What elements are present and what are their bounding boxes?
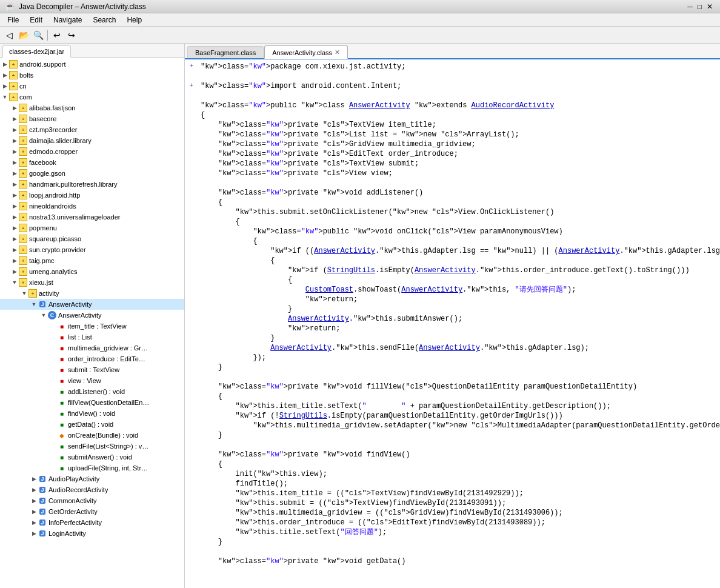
tree-item[interactable]: ■multimedia_gridview : Gr… (0, 342, 184, 353)
tree-expand-icon[interactable] (50, 355, 57, 362)
tree-item[interactable]: ▶+czt.mp3recorder (0, 124, 184, 135)
menu-item-edit[interactable]: Edit (25, 15, 47, 25)
menu-item-help[interactable]: Help (122, 15, 147, 25)
tree-item[interactable]: ▶+basecore (0, 113, 184, 124)
tree-expand-icon[interactable]: ▶ (11, 104, 18, 112)
tab-close-button[interactable]: ✕ (335, 48, 340, 56)
tree-item[interactable]: ▶+alibaba.fastjson (0, 102, 184, 113)
tree-expand-icon[interactable] (50, 410, 57, 417)
tree-item[interactable]: ▶JAudioPlayActivity (0, 473, 184, 484)
tree-expand-icon[interactable]: ▼ (21, 290, 28, 297)
tree-expand-icon[interactable]: ▼ (40, 312, 47, 319)
tree-item[interactable]: ▶+sun.crypto.provider (0, 244, 184, 255)
tree-expand-icon[interactable] (50, 421, 57, 428)
tree-item[interactable]: ▼JAnswerActivity (0, 299, 184, 310)
tree-item[interactable]: ■fillView(QuestionDetailEn… (0, 397, 184, 408)
tree-item[interactable]: ▶+bolts (0, 70, 184, 81)
tree-item[interactable]: ▶+handmark.pulltorefresh.library (0, 179, 184, 190)
tree-item[interactable]: ▶+daimajia.slider.library (0, 135, 184, 146)
tree-item[interactable]: ▶+squareup.picasso (0, 233, 184, 244)
tree-item[interactable]: ▼+com (0, 92, 184, 102)
tree-expand-icon[interactable]: ▶ (11, 192, 18, 199)
tree-expand-icon[interactable] (50, 333, 57, 341)
tree-item[interactable]: ▶+umeng.analytics (0, 266, 184, 277)
tree-item[interactable]: ■order_introduce : EditTe… (0, 353, 184, 364)
search-toolbar-button[interactable]: 🔍 (32, 28, 45, 42)
menu-item-navigate[interactable]: Navigate (48, 15, 87, 25)
tree-expand-icon[interactable] (50, 443, 57, 450)
tree-expand-icon[interactable]: ▶ (30, 508, 38, 515)
back-button[interactable]: ◁ (2, 28, 16, 42)
tree-item[interactable]: ▶JCommonActivity (0, 495, 184, 506)
tree-item[interactable]: ◆onCreate(Bundle) : void (0, 430, 184, 441)
menu-item-file[interactable]: File (2, 15, 24, 25)
tree-expand-icon[interactable]: ▶ (11, 257, 18, 264)
tree-item[interactable]: ▶+nineoldandroids (0, 201, 184, 212)
tree-item[interactable]: ▶+cn (0, 81, 184, 92)
maximize-btn[interactable]: □ (698, 2, 702, 11)
tree-expand-icon[interactable]: ▼ (11, 279, 18, 286)
tree-item[interactable]: ▼CAnswerActivity (0, 310, 184, 321)
tree-item[interactable]: ▶+popmenu (0, 222, 184, 233)
editor-tab-AnswerActivity-class[interactable]: AnswerActivity.class✕ (264, 45, 348, 59)
tree-expand-icon[interactable] (50, 322, 57, 330)
tree-expand-icon[interactable]: ▼ (1, 93, 8, 101)
tree-item[interactable]: ▼+activity (0, 288, 184, 299)
tree-expand-icon[interactable]: ▶ (11, 181, 18, 188)
tree-item[interactable]: ▶+taig.pmc (0, 255, 184, 266)
menu-item-search[interactable]: Search (88, 15, 121, 25)
tree-expand-icon[interactable]: ▶ (11, 246, 18, 253)
tree-item[interactable]: ▶JAudioRecordActivity (0, 484, 184, 495)
tree-expand-icon[interactable]: ▶ (11, 202, 18, 210)
tree-expand-icon[interactable]: ▶ (30, 530, 38, 537)
tree-expand-icon[interactable] (50, 432, 57, 439)
tree-item[interactable]: ■getData() : void (0, 419, 184, 430)
tree-expand-icon[interactable]: ▶ (30, 497, 38, 504)
collapse-icon[interactable]: + (190, 81, 193, 91)
tree-expand-icon[interactable]: ▶ (30, 486, 38, 493)
tree-container[interactable]: ▶+android.support▶+bolts▶+cn▼+com▶+aliba… (0, 58, 184, 588)
redo-button[interactable]: ↪ (65, 28, 78, 42)
tree-expand-icon[interactable]: ▶ (11, 170, 18, 177)
close-btn[interactable]: ✕ (707, 2, 713, 11)
tree-expand-icon[interactable] (50, 464, 57, 472)
tree-expand-icon[interactable]: ▶ (1, 72, 8, 79)
tree-item[interactable]: ■findView() : void (0, 408, 184, 419)
tree-expand-icon[interactable]: ▼ (30, 301, 38, 308)
tree-expand-icon[interactable] (50, 344, 57, 352)
tree-expand-icon[interactable] (50, 366, 57, 373)
tree-item[interactable]: ■list : List (0, 332, 184, 342)
left-tab-item[interactable]: classes-dex2jar.jar (2, 45, 71, 58)
tree-item[interactable]: ▶+loopj.android.http (0, 190, 184, 201)
tree-item[interactable]: ■submitAnswer() : void (0, 452, 184, 463)
tree-expand-icon[interactable]: ▶ (11, 137, 18, 144)
tree-item[interactable]: ■uploadFile(String, int, Str… (0, 463, 184, 473)
tree-item[interactable]: ■submit : TextView (0, 364, 184, 375)
tree-item[interactable]: ▶+nostra13.universalimageloader (0, 212, 184, 222)
tree-expand-icon[interactable]: ▶ (1, 61, 8, 68)
tree-item[interactable]: ■item_title : TextView (0, 321, 184, 332)
tree-expand-icon[interactable] (50, 453, 57, 461)
collapse-icon[interactable]: + (190, 62, 193, 72)
tree-item[interactable]: ■addListener() : void (0, 386, 184, 397)
tree-expand-icon[interactable]: ▶ (11, 115, 18, 122)
tree-expand-icon[interactable]: ▶ (30, 475, 38, 483)
tree-expand-icon[interactable] (50, 388, 57, 395)
tree-expand-icon[interactable]: ▶ (11, 213, 18, 221)
tree-expand-icon[interactable]: ▶ (11, 235, 18, 242)
tree-expand-icon[interactable]: ▶ (11, 148, 18, 155)
open-button[interactable]: 📂 (17, 28, 30, 42)
tree-item[interactable]: ▶+android.support (0, 59, 184, 70)
tree-item[interactable]: ▶JLoginActivity (0, 528, 184, 539)
tree-expand-icon[interactable]: ▶ (1, 82, 8, 90)
tree-expand-icon[interactable] (50, 399, 57, 406)
tree-item[interactable]: ▶JGetOrderActivity (0, 506, 184, 517)
tree-item[interactable]: ■sendFile(List<String>) : v… (0, 441, 184, 452)
tree-item[interactable]: ▼+xiexu.jst (0, 277, 184, 288)
undo-button[interactable]: ↩ (50, 28, 64, 42)
tree-expand-icon[interactable]: ▶ (11, 268, 18, 275)
tree-expand-icon[interactable]: ▶ (11, 159, 18, 166)
tree-expand-icon[interactable]: ▶ (11, 126, 18, 133)
tree-item[interactable]: ▶+google.gson (0, 168, 184, 179)
editor-tab-BaseFragment-class[interactable]: BaseFragment.class (187, 46, 264, 58)
